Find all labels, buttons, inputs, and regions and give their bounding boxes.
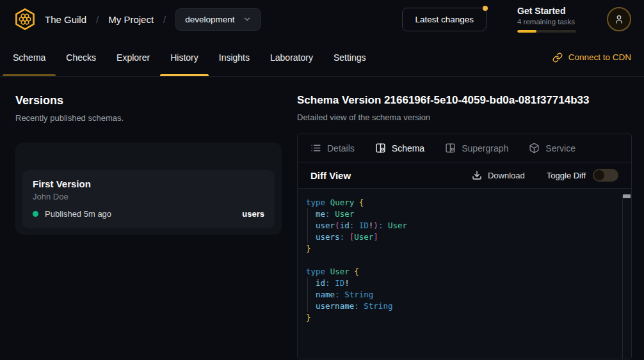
tab-details[interactable]: Details bbox=[310, 143, 355, 153]
user-icon bbox=[614, 14, 624, 24]
list-icon bbox=[310, 143, 321, 153]
versions-section: Versions Recently published schemas. Fir… bbox=[0, 77, 297, 359]
code-line: username: String bbox=[306, 301, 615, 312]
version-detail-panel: Details Schema Supergraph Service bbox=[297, 134, 632, 359]
tab-service[interactable]: Service bbox=[529, 143, 576, 153]
tab-insights[interactable]: Insights bbox=[209, 38, 260, 76]
detail-tabs: Details Schema Supergraph Service bbox=[298, 134, 631, 162]
link-icon bbox=[552, 52, 563, 63]
toggle-diff-label: Toggle Diff bbox=[547, 171, 586, 180]
breadcrumb-separator: / bbox=[96, 14, 99, 25]
columns-icon bbox=[375, 143, 386, 153]
top-header: The Guild / My Project / development Lat… bbox=[0, 0, 644, 38]
code-line: name: String bbox=[306, 289, 615, 301]
tab-service-label: Service bbox=[545, 143, 576, 153]
user-avatar[interactable] bbox=[607, 7, 631, 31]
breadcrumb: The Guild / My Project / development bbox=[45, 8, 261, 31]
code-line: } bbox=[306, 243, 615, 254]
hive-logo[interactable] bbox=[13, 7, 37, 31]
scrollbar-thumb[interactable] bbox=[623, 194, 631, 198]
published-status-dot bbox=[33, 211, 38, 217]
version-name: First Version bbox=[33, 178, 264, 189]
code-line: id: ID! bbox=[306, 278, 615, 289]
versions-title: Versions bbox=[15, 94, 282, 107]
tab-laboratory[interactable]: Laboratory bbox=[260, 38, 323, 76]
tab-schema[interactable]: Schema bbox=[3, 38, 56, 76]
tab-history[interactable]: History bbox=[160, 38, 209, 76]
code-line: type User { bbox=[306, 266, 615, 278]
scrollbar-track bbox=[622, 195, 623, 359]
version-status: Published 5m ago bbox=[45, 209, 111, 219]
download-button[interactable]: Download bbox=[472, 170, 525, 180]
toggle-diff-switch[interactable] bbox=[593, 169, 618, 182]
get-started-progress bbox=[517, 30, 576, 33]
header-actions: Latest changes Get Started 4 remaining t… bbox=[402, 6, 631, 33]
get-started-subtitle: 4 remaining tasks bbox=[517, 18, 576, 26]
diff-actions: Download Toggle Diff bbox=[472, 169, 618, 182]
target-selector-value: development bbox=[185, 15, 234, 24]
code-line: users: [User] bbox=[306, 231, 615, 243]
breadcrumb-org[interactable]: The Guild bbox=[45, 14, 86, 25]
code-line: type Query { bbox=[306, 197, 615, 208]
version-author: John Doe bbox=[33, 192, 264, 201]
breadcrumb-separator: / bbox=[163, 14, 166, 25]
get-started-widget[interactable]: Get Started 4 remaining tasks bbox=[517, 6, 576, 33]
code-line bbox=[306, 254, 615, 266]
version-list-item[interactable]: First Version John Doe Published 5m ago … bbox=[22, 170, 275, 228]
tab-settings[interactable]: Settings bbox=[323, 38, 376, 76]
breadcrumb-project[interactable]: My Project bbox=[108, 14, 154, 25]
connect-to-cdn-label: Connect to CDN bbox=[568, 52, 631, 62]
get-started-title: Get Started bbox=[517, 6, 576, 16]
download-icon bbox=[472, 170, 482, 180]
connect-to-cdn-link[interactable]: Connect to CDN bbox=[552, 38, 631, 76]
diff-view-title: Diff View bbox=[310, 170, 351, 181]
tab-supergraph[interactable]: Supergraph bbox=[445, 143, 508, 153]
schema-code-viewer[interactable]: type Query {me: Useruser(id: ID!): Useru… bbox=[298, 189, 631, 359]
tab-schema-view-label: Schema bbox=[392, 143, 424, 153]
tab-explorer[interactable]: Explorer bbox=[106, 38, 160, 76]
versions-list-card: First Version John Doe Published 5m ago … bbox=[15, 143, 282, 235]
code-block: type Query {me: Useruser(id: ID!): Useru… bbox=[306, 197, 615, 324]
version-meta-row: Published 5m ago users bbox=[33, 209, 264, 219]
hive-app: The Guild / My Project / development Lat… bbox=[0, 0, 644, 360]
versions-subtitle: Recently published schemas. bbox=[15, 113, 282, 123]
cube-icon bbox=[529, 143, 540, 153]
version-detail-section: Schema Version 2166196f-5e10-4059-bd0a-0… bbox=[297, 77, 644, 359]
version-detail-title: Schema Version 2166196f-5e10-4059-bd0a-0… bbox=[297, 94, 632, 107]
code-line: me: User bbox=[306, 208, 615, 220]
main-nav: Schema Checks Explorer History Insights … bbox=[0, 38, 644, 77]
main-content: Versions Recently published schemas. Fir… bbox=[0, 77, 644, 359]
toggle-diff-knob bbox=[594, 170, 604, 180]
tab-checks[interactable]: Checks bbox=[56, 38, 106, 76]
chevron-down-icon bbox=[243, 15, 252, 24]
code-line: } bbox=[306, 312, 615, 324]
version-detail-subtitle: Detailed view of the schema version bbox=[297, 113, 632, 122]
columns-icon bbox=[445, 143, 456, 153]
get-started-progress-fill bbox=[517, 30, 536, 33]
target-selector[interactable]: development bbox=[175, 8, 261, 31]
notification-dot bbox=[483, 6, 488, 11]
tab-details-label: Details bbox=[327, 143, 355, 153]
service-badge: users bbox=[242, 209, 264, 219]
diff-view-header: Diff View Download Toggle Diff bbox=[298, 162, 631, 189]
toggle-diff-control: Toggle Diff bbox=[547, 169, 618, 182]
tab-schema-view[interactable]: Schema bbox=[375, 143, 424, 153]
code-line: user(id: ID!): User bbox=[306, 220, 615, 231]
tab-supergraph-label: Supergraph bbox=[462, 143, 508, 153]
latest-changes-button[interactable]: Latest changes bbox=[402, 8, 487, 31]
download-label: Download bbox=[488, 171, 525, 180]
